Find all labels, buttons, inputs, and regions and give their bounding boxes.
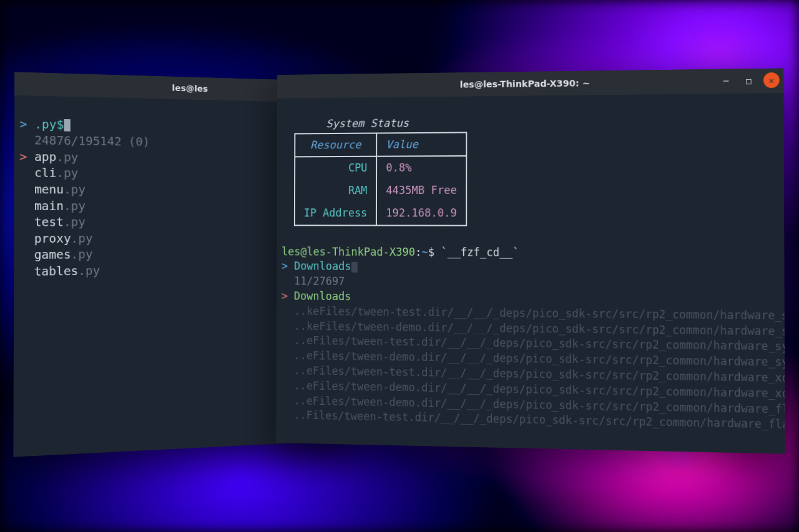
prompt-user-host: les@les-ThinkPad-X390 <box>282 245 415 258</box>
resource-label: CPU <box>295 157 376 180</box>
fzf-prompt-chevron: > <box>19 117 27 130</box>
table-row: CPU 0.8% <box>295 156 466 180</box>
fzf-prompt-chevron: > <box>282 260 288 273</box>
fzf-selected-chevron: > <box>19 150 27 163</box>
terminal-window-right[interactable]: les@les-ThinkPad-X390: ~ ─ □ ✕ System St… <box>276 69 785 454</box>
fzf-count: 11/27697 <box>282 274 345 288</box>
fzf-selected-item[interactable]: app.py <box>34 150 78 163</box>
system-status-table: Resource Value CPU 0.8% RAM 4435MB Free … <box>294 132 467 226</box>
window-controls: ─ □ ✕ <box>718 72 779 89</box>
resource-value: 192.168.0.9 <box>376 202 466 225</box>
prompt-command[interactable]: `__fzf_cd__` <box>441 246 519 259</box>
table-header-value: Value <box>377 132 467 157</box>
fzf-selected-item[interactable]: Downloads <box>294 289 351 302</box>
close-button[interactable]: ✕ <box>763 72 780 88</box>
text-cursor <box>64 119 70 132</box>
maximize-button[interactable]: □ <box>741 72 757 88</box>
prompt-path: ~ <box>421 246 428 258</box>
terminal-body[interactable]: System Status Resource Value CPU 0.8% RA… <box>276 93 785 468</box>
resource-value: 0.8% <box>376 156 466 180</box>
table-row: RAM 4435MB Free <box>295 180 466 203</box>
fzf-count: 24876/195142 (0) <box>19 133 150 148</box>
table-row: IP Address 192.168.0.9 <box>295 202 466 225</box>
shell-prompt-line[interactable]: les@les-ThinkPad-X390:~$ `__fzf_cd__` <box>282 245 519 259</box>
table-header-resource: Resource <box>295 133 376 157</box>
window-title: les@les-ThinkPad-X390: ~ <box>277 75 783 92</box>
fzf-query-input[interactable]: .py$ <box>34 117 64 131</box>
resource-label: RAM <box>295 180 376 202</box>
resource-value: 4435MB Free <box>376 180 466 202</box>
fzf-selected-chevron: > <box>282 289 288 302</box>
system-status-heading: System Status <box>282 117 409 130</box>
text-cursor <box>351 261 357 273</box>
resource-label: IP Address <box>295 202 376 225</box>
minimize-button[interactable]: ─ <box>718 73 734 89</box>
prompt-dollar: $ <box>428 246 434 258</box>
desktop-scene: les@les > .py$ 24876/195142 (0) > app.py… <box>0 0 799 532</box>
fzf-query-input[interactable]: Downloads <box>294 260 351 273</box>
prompt-sep: : <box>415 246 421 258</box>
